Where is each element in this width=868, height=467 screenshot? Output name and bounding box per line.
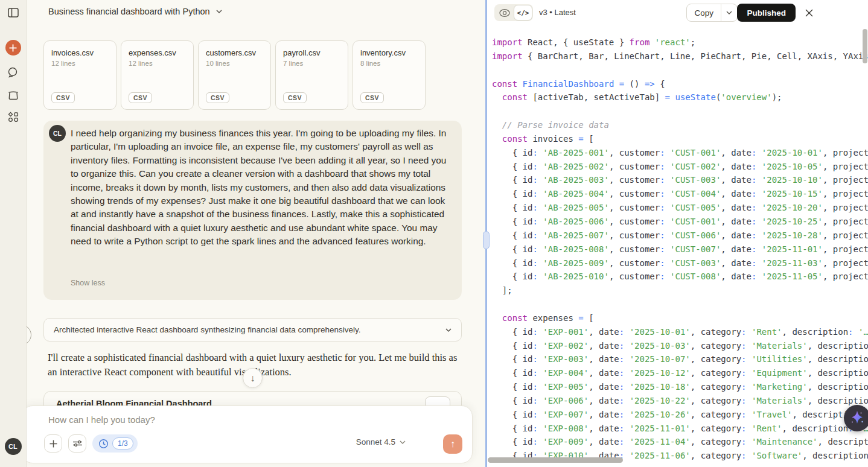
- sparkle-extension-button[interactable]: [844, 405, 868, 431]
- code-icon: </>: [517, 9, 529, 17]
- user-message-avatar: CL: [49, 125, 66, 142]
- sidebar-toggle-icon[interactable]: [5, 4, 22, 21]
- code-line: const [activeTab, setActiveTab] = useSta…: [492, 91, 868, 104]
- attach-button[interactable]: [44, 434, 62, 453]
- model-name: Sonnet 4.5: [356, 437, 395, 446]
- code-line: const invoices = [: [492, 132, 868, 146]
- file-card[interactable]: inventory.csv8 linesCSV: [353, 40, 426, 110]
- code-line: [492, 63, 868, 77]
- thinking-summary: Architected interactive React dashboard …: [54, 325, 445, 334]
- connectors-icon[interactable]: [5, 109, 22, 125]
- tools-button[interactable]: [68, 434, 86, 453]
- chat-input[interactable]: How can I help you today?: [48, 415, 410, 425]
- chevron-down-icon: [216, 8, 222, 14]
- code-line: { id: 'EXP-008', date: '2025-11-01', cat…: [492, 422, 868, 436]
- left-rail: CL: [0, 0, 27, 467]
- plus-icon: [49, 440, 57, 448]
- sliders-icon: [73, 440, 82, 447]
- file-line-count: 7 lines: [283, 60, 340, 67]
- user-message-text: I need help organizing my business finan…: [71, 127, 450, 249]
- thinking-block[interactable]: Architected interactive React dashboard …: [43, 318, 462, 342]
- file-card[interactable]: expenses.csv12 linesCSV: [121, 40, 194, 110]
- code-line: { id: 'AB-2025-001', customer: 'CUST-001…: [492, 146, 868, 160]
- show-less-link[interactable]: Show less: [71, 279, 105, 287]
- code-line: [492, 297, 868, 311]
- file-type-badge: CSV: [206, 92, 229, 103]
- app-window: CL Business financial dashboard with Pyt…: [0, 0, 868, 467]
- eye-icon: [499, 9, 510, 17]
- code-line: { id: 'EXP-007', date: '2025-10-26', cat…: [492, 408, 868, 422]
- code-line: { id: 'EXP-002', date: '2025-10-03', cat…: [492, 339, 868, 353]
- chevron-down-icon: [400, 439, 406, 445]
- copy-button[interactable]: Copy: [687, 4, 721, 21]
- usage-limit-pill[interactable]: 1/3: [92, 434, 138, 453]
- file-line-count: 10 lines: [206, 60, 263, 67]
- code-line: { id: 'AB-2025-008', customer: 'CUST-007…: [492, 243, 868, 256]
- conversation-title: Business financial dashboard with Python: [48, 7, 210, 16]
- code-line: { id: 'EXP-003', date: '2025-10-07', cat…: [492, 352, 868, 366]
- user-message-bubble: CL I need help organizing my business fi…: [43, 121, 462, 300]
- file-card[interactable]: customers.csv10 linesCSV: [198, 40, 271, 110]
- code-line: import React, { useState } from 'react';: [492, 36, 868, 49]
- file-line-count: 12 lines: [129, 60, 186, 67]
- model-selector[interactable]: Sonnet 4.5: [356, 437, 406, 446]
- version-label[interactable]: v3 • Latest: [539, 8, 576, 17]
- code-line: { id: 'EXP-009', date: '2025-11-04', cat…: [492, 435, 868, 449]
- code-line: const FinancialDashboard = () => {: [492, 77, 868, 91]
- code-line: import { BarChart, Bar, LineChart, Line,…: [492, 49, 868, 63]
- conversation-header[interactable]: Business financial dashboard with Python: [48, 7, 222, 16]
- chevron-down-icon: [445, 327, 452, 333]
- file-name: inventory.csv: [360, 48, 418, 57]
- close-panel-button[interactable]: [803, 7, 815, 19]
- usage-count-badge: 1/3: [112, 437, 133, 450]
- code-line: { id: 'AB-2025-010', customer: 'CUST-008…: [492, 270, 868, 284]
- artifact-toolbar: </> v3 • Latest Copy Published: [487, 0, 868, 25]
- split-resize-handle[interactable]: [483, 231, 490, 249]
- code-line: { id: 'AB-2025-003', customer: 'CUST-003…: [492, 173, 868, 187]
- file-name: customers.csv: [206, 48, 263, 57]
- code-line: { id: 'EXP-005', date: '2025-10-18', cat…: [492, 380, 868, 394]
- chat-composer: How can I help you today? 1/3 Sonnet 4.5…: [22, 405, 473, 463]
- clock-icon: [98, 439, 109, 449]
- uploaded-files-row: invoices.csv12 linesCSVexpenses.csv12 li…: [43, 40, 426, 110]
- code-line: { id: 'EXP-006', date: '2025-10-22', cat…: [492, 394, 868, 408]
- file-line-count: 12 lines: [51, 60, 109, 67]
- horizontal-scrollbar-thumb[interactable]: [488, 457, 623, 463]
- code-line: { id: 'EXP-001', date: '2025-10-01', cat…: [492, 325, 868, 339]
- send-button[interactable]: ↑: [443, 434, 462, 454]
- user-avatar[interactable]: CL: [5, 438, 22, 455]
- code-line: { id: 'AB-2025-005', customer: 'CUST-005…: [492, 201, 868, 215]
- file-type-badge: CSV: [283, 92, 307, 103]
- code-line: [492, 104, 868, 118]
- code-line: // Parse invoice data: [492, 118, 868, 132]
- published-button[interactable]: Published: [737, 4, 796, 22]
- code-line: { id: 'EXP-004', date: '2025-10-12', cat…: [492, 366, 868, 380]
- preview-toggle-button[interactable]: [495, 5, 514, 21]
- close-icon: [805, 9, 813, 17]
- code-line: { id: 'AB-2025-002', customer: 'CUST-002…: [492, 160, 868, 174]
- chats-icon[interactable]: [5, 64, 22, 81]
- code-line: { id: 'AB-2025-009', customer: 'CUST-003…: [492, 256, 868, 270]
- projects-icon[interactable]: [5, 86, 22, 103]
- copy-options-button[interactable]: [721, 4, 737, 21]
- arrow-down-icon: ↓: [251, 373, 255, 384]
- file-name: expenses.csv: [129, 48, 186, 57]
- file-card[interactable]: payroll.csv7 linesCSV: [275, 40, 348, 110]
- code-line: const expenses = [: [492, 311, 868, 325]
- file-line-count: 8 lines: [360, 60, 418, 67]
- file-type-badge: CSV: [360, 92, 384, 103]
- code-line: { id: 'AB-2025-004', customer: 'CUST-004…: [492, 187, 868, 201]
- view-toggle: </>: [494, 4, 533, 21]
- code-line: { id: 'AB-2025-006', customer: 'CUST-001…: [492, 215, 868, 229]
- file-name: invoices.csv: [51, 48, 109, 57]
- scroll-down-button[interactable]: ↓: [243, 368, 263, 388]
- file-card[interactable]: invoices.csv12 linesCSV: [43, 40, 116, 110]
- code-toggle-button[interactable]: </>: [514, 5, 532, 21]
- file-type-badge: CSV: [129, 92, 152, 103]
- new-chat-button[interactable]: [5, 40, 21, 56]
- copy-split-button: Copy: [686, 4, 738, 22]
- code-line: ];: [492, 284, 868, 297]
- vertical-scrollbar-thumb[interactable]: [863, 29, 867, 63]
- code-content: import React, { useState } from 'react';…: [487, 25, 868, 463]
- code-view[interactable]: import React, { useState } from 'react';…: [487, 25, 868, 467]
